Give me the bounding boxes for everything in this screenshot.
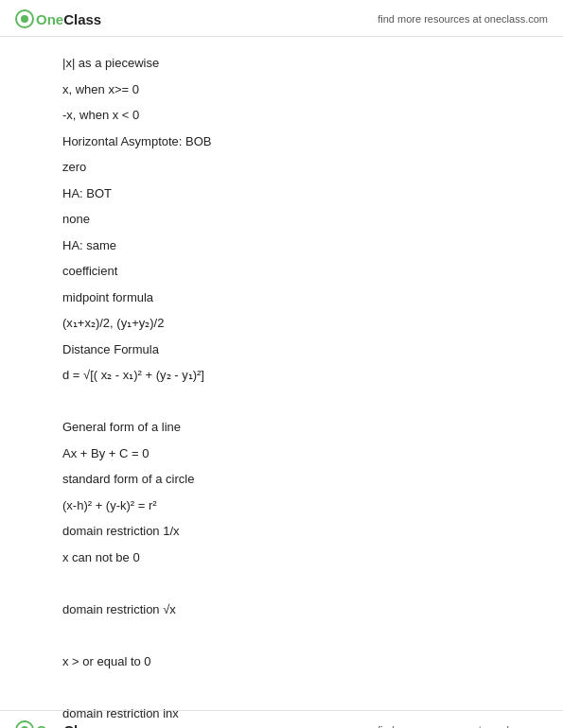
list-item: Distance Formula (62, 340, 501, 359)
list-item: none (62, 210, 501, 229)
logo-text: OneClass (36, 11, 101, 27)
page-header: OneClass find more resources at oneclass… (0, 0, 563, 37)
list-item: standard form of a circle (62, 470, 501, 489)
list-item (62, 392, 501, 411)
list-item: domain restriction 1/x (62, 522, 501, 541)
list-item (62, 626, 501, 645)
list-item: midpoint formula (62, 288, 501, 307)
list-item: (x₁+x₂)/2, (y₁+y₂)/2 (62, 314, 501, 333)
page-footer: OneClass find more resources at oneclass… (0, 710, 563, 728)
list-item: HA: BOT (62, 184, 501, 203)
list-item: coefficient (62, 262, 501, 281)
footer-logo-text: OneClass (36, 722, 101, 729)
list-item (62, 574, 501, 593)
list-item: domain restriction √x (62, 600, 501, 619)
main-content: |x| as a piecewise x, when x>= 0 -x, whe… (0, 37, 563, 728)
list-item (62, 678, 501, 697)
svg-point-1 (21, 15, 28, 23)
list-item: x, when x>= 0 (62, 80, 501, 99)
logo-icon (15, 9, 34, 28)
list-item: HA: same (62, 236, 501, 255)
list-item: d = √[( x₂ - x₁)² + (y₂ - y₁)²] (62, 366, 501, 385)
list-item: |x| as a piecewise (62, 54, 501, 73)
footer-link: find more resources at oneclass.com (378, 724, 548, 728)
footer-logo-icon (15, 720, 34, 728)
list-item: x > or equal to 0 (62, 652, 501, 671)
list-item: x can not be 0 (62, 548, 501, 567)
list-item: Ax + By + C = 0 (62, 444, 501, 463)
logo: OneClass (15, 9, 101, 28)
list-item: zero (62, 158, 501, 177)
header-link: find more resources at oneclass.com (378, 13, 548, 25)
footer-logo: OneClass (15, 720, 101, 728)
list-item: -x, when x < 0 (62, 106, 501, 125)
list-item: (x-h)² + (y-k)² = r² (62, 496, 501, 515)
list-item: Horizontal Asymptote: BOB (62, 132, 501, 151)
list-item: General form of a line (62, 418, 501, 437)
